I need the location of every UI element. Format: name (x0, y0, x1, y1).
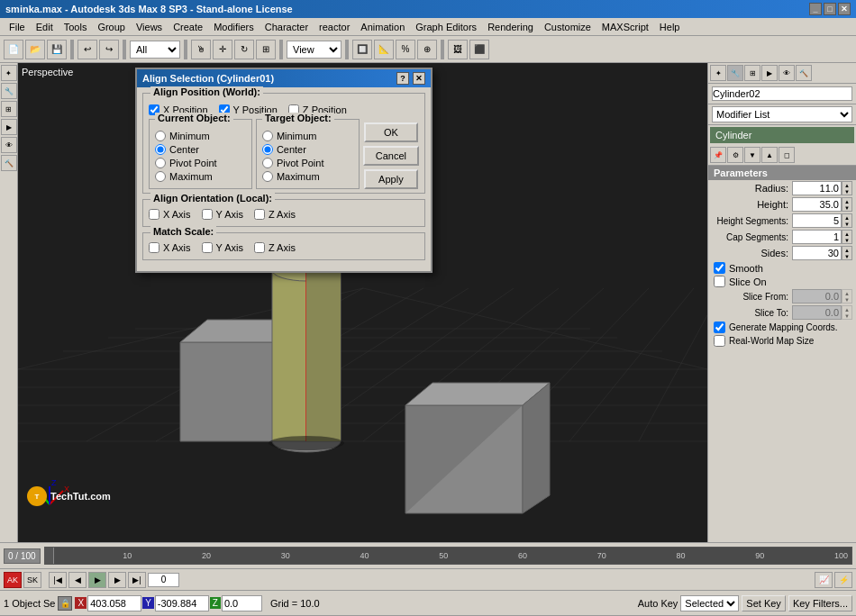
selection-filter[interactable]: All Name (130, 41, 180, 59)
dialog-help-button[interactable]: ? (396, 72, 409, 85)
view-dropdown[interactable]: View Screen World (287, 41, 341, 59)
go-start-button[interactable]: |◀ (49, 572, 67, 588)
set-key-btn[interactable]: Set Key (742, 595, 786, 611)
display-icon[interactable]: 👁 (779, 65, 795, 81)
hierarchy-panel-icon[interactable]: ⊞ (1, 101, 17, 117)
orient-x-checkbox[interactable] (149, 209, 159, 220)
maximize-button[interactable]: □ (824, 3, 836, 15)
target-minimum-radio[interactable] (262, 131, 273, 141)
menu-create[interactable]: Create (168, 20, 208, 34)
modify-panel-icon[interactable]: 🔧 (1, 83, 17, 99)
close-button[interactable]: ✕ (838, 3, 851, 15)
current-pivotpoint-radio[interactable] (155, 158, 166, 168)
create-icon[interactable]: ✦ (710, 65, 726, 81)
height-spinner-up[interactable]: ▲ (842, 198, 851, 204)
x-coord-input[interactable] (87, 595, 141, 611)
open-button[interactable]: 📂 (25, 40, 45, 59)
height-segments-spinner-up[interactable]: ▲ (842, 214, 851, 221)
key-filters-btn[interactable]: Key Filters... (788, 595, 852, 611)
object-name-input[interactable] (712, 86, 852, 101)
height-segments-input[interactable] (792, 213, 842, 228)
menu-file[interactable]: File (4, 20, 31, 34)
display-panel-icon[interactable]: 👁 (1, 137, 17, 153)
sides-spinner-down[interactable]: ▼ (842, 253, 851, 259)
redo-button[interactable]: ↪ (99, 40, 119, 59)
radius-spinner-up[interactable]: ▲ (842, 182, 851, 188)
target-maximum-radio[interactable] (262, 171, 273, 182)
height-spinner-down[interactable]: ▼ (842, 204, 851, 211)
select-button[interactable]: 🖱 (191, 40, 211, 59)
current-minimum-radio[interactable] (155, 131, 166, 141)
modifier-list-dropdown[interactable]: Modifier List (712, 106, 852, 122)
render-button[interactable]: 🖼 (448, 40, 468, 59)
menu-rendering[interactable]: Rendering (482, 20, 539, 34)
y-coord-input[interactable] (155, 595, 209, 611)
minimize-button[interactable]: _ (809, 3, 822, 15)
lock-icon[interactable]: 🔒 (58, 596, 72, 611)
cancel-button[interactable]: Cancel (363, 146, 419, 166)
rotate-button[interactable]: ↻ (234, 40, 254, 59)
menu-graph-editors[interactable]: Graph Editors (410, 20, 482, 34)
menu-views[interactable]: Views (131, 20, 168, 34)
orient-z-checkbox[interactable] (254, 209, 265, 220)
menu-character[interactable]: Character (260, 20, 314, 34)
height-segments-spinner[interactable]: ▲ ▼ (842, 213, 852, 228)
dialog-close-button[interactable]: ✕ (413, 72, 425, 85)
hierarchy-icon[interactable]: ⊞ (744, 65, 760, 81)
next-frame-button[interactable]: ▶ (108, 572, 126, 588)
mini-curve-editor[interactable]: 📈 (815, 572, 833, 588)
sides-input[interactable] (792, 246, 842, 260)
radius-spinner[interactable]: ▲ ▼ (842, 181, 852, 195)
sides-spinner[interactable]: ▲ ▼ (842, 246, 852, 260)
select-icon[interactable]: ◻ (779, 147, 795, 163)
move-button[interactable]: ✛ (213, 40, 232, 59)
selected-dropdown[interactable]: Selected All (680, 595, 739, 611)
smooth-checkbox[interactable] (714, 262, 725, 274)
generate-mapping-checkbox[interactable] (714, 322, 725, 333)
target-pivotpoint-radio[interactable] (262, 158, 273, 168)
pin-icon[interactable]: 📌 (710, 147, 726, 163)
radius-input[interactable] (792, 181, 842, 195)
menu-tools[interactable]: Tools (59, 20, 93, 34)
timeline-slider[interactable]: 0 10 20 30 40 50 60 70 80 90 100 (44, 547, 852, 565)
config-icon[interactable]: ⚙ (727, 147, 743, 163)
motion-panel-icon[interactable]: ▶ (1, 119, 17, 135)
prev-frame-button[interactable]: ◀ (68, 572, 87, 588)
height-input[interactable] (792, 197, 842, 212)
height-segments-spinner-down[interactable]: ▼ (842, 221, 851, 227)
set-key-button[interactable]: SK (23, 572, 41, 588)
auto-key-button[interactable]: AK (4, 572, 22, 588)
z-coord-input[interactable] (222, 595, 262, 611)
utility-icon[interactable]: 🔨 (796, 65, 812, 81)
motion-icon[interactable]: ▶ (761, 65, 778, 81)
percent-snap[interactable]: % (396, 40, 415, 59)
angle-snap[interactable]: 📐 (374, 40, 394, 59)
slice-on-checkbox[interactable] (714, 276, 725, 287)
create-panel-icon[interactable]: ✦ (1, 65, 17, 81)
height-spinner[interactable]: ▲ ▼ (842, 197, 852, 212)
menu-maxscript[interactable]: MAXScript (596, 20, 654, 34)
cap-segments-input[interactable] (792, 230, 842, 244)
sides-spinner-up[interactable]: ▲ (842, 247, 851, 253)
apply-button[interactable]: Apply (364, 169, 418, 189)
menu-edit[interactable]: Edit (31, 20, 59, 34)
target-center-radio[interactable] (262, 144, 273, 155)
new-button[interactable]: 📄 (4, 40, 23, 59)
scale-x-checkbox[interactable] (149, 242, 159, 253)
cap-segments-spinner-up[interactable]: ▲ (842, 231, 851, 237)
playhead[interactable] (45, 548, 54, 564)
save-button[interactable]: 💾 (47, 40, 67, 59)
menu-reactor[interactable]: reactor (314, 20, 355, 34)
real-world-checkbox[interactable] (714, 335, 725, 347)
snap-toggle[interactable]: 🔲 (352, 40, 372, 59)
play-button[interactable]: ▶ (88, 572, 106, 588)
render-scene[interactable]: ⬛ (469, 40, 489, 59)
spinner-snap[interactable]: ⊕ (417, 40, 437, 59)
scale-button[interactable]: ⊞ (256, 40, 276, 59)
radius-spinner-down[interactable]: ▼ (842, 188, 851, 195)
viewport[interactable]: Perspective (18, 63, 707, 542)
current-maximum-radio[interactable] (155, 171, 166, 182)
menu-animation[interactable]: Animation (355, 20, 410, 34)
menu-modifiers[interactable]: Modifiers (208, 20, 260, 34)
scale-y-checkbox[interactable] (202, 242, 213, 253)
